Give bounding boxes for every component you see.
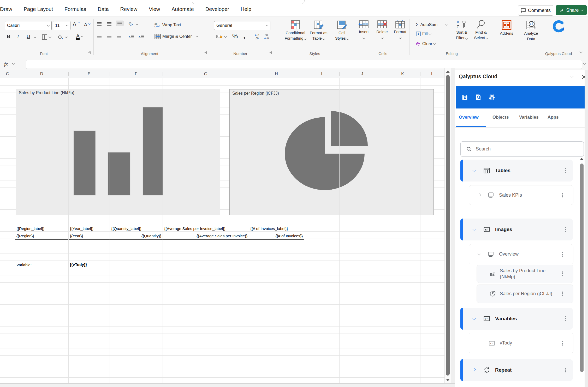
align-top-button[interactable] bbox=[97, 22, 102, 26]
menu-tab-data[interactable]: Data bbox=[98, 6, 109, 12]
scroll-up-icon[interactable] bbox=[580, 158, 583, 160]
table-cell[interactable]: {{Year_label}} bbox=[69, 225, 110, 232]
variable-value-cell[interactable]: {{vTody}} bbox=[70, 262, 87, 267]
search-input[interactable] bbox=[475, 146, 562, 152]
align-right-button[interactable] bbox=[117, 35, 121, 38]
table-cell[interactable]: {{Region_label}} bbox=[15, 225, 69, 232]
ribbon-collapse-icon[interactable] bbox=[579, 50, 583, 53]
column-header[interactable]: H bbox=[249, 70, 304, 78]
menu-tab-draw[interactable]: Draw bbox=[0, 6, 12, 12]
chart-object-sales-per-region[interactable]: Sales per Region (jCFJJ) bbox=[229, 89, 434, 215]
menu-tab-help[interactable]: Help bbox=[241, 6, 251, 12]
menu-tab-developer[interactable]: Developer bbox=[205, 6, 229, 12]
orientation-button[interactable]: ab bbox=[128, 21, 138, 27]
settings-sliders-icon[interactable] bbox=[488, 94, 496, 101]
chevron-down-icon[interactable] bbox=[477, 252, 481, 256]
kebab-menu-icon[interactable] bbox=[565, 227, 566, 232]
italic-button[interactable]: I bbox=[17, 34, 19, 39]
column-header[interactable]: L bbox=[420, 70, 444, 78]
comments-button[interactable]: Comments bbox=[518, 5, 553, 16]
alignment-dialog-launcher-icon[interactable] bbox=[203, 51, 207, 55]
column-header[interactable]: K bbox=[385, 70, 420, 78]
decrease-decimal-button[interactable]: .000 bbox=[264, 34, 271, 40]
shrink-font-button[interactable]: A bbox=[84, 22, 91, 28]
chevron-right-icon[interactable] bbox=[478, 193, 481, 196]
tab-apps[interactable]: Apps bbox=[548, 115, 559, 120]
align-bottom-button[interactable] bbox=[116, 21, 123, 26]
wrap-text-button[interactable]: abcWrap Text bbox=[155, 22, 181, 28]
column-header[interactable]: J bbox=[339, 70, 385, 78]
kebab-menu-icon[interactable] bbox=[562, 252, 563, 257]
section-images[interactable]: Images bbox=[460, 219, 573, 240]
tab-variables[interactable]: Variables bbox=[519, 115, 539, 120]
chevron-down-icon[interactable] bbox=[472, 168, 476, 172]
kebab-menu-icon[interactable] bbox=[562, 291, 563, 297]
scrollbar-thumb[interactable] bbox=[446, 75, 450, 376]
share-button[interactable]: Share bbox=[556, 5, 587, 15]
menu-tab-formulas[interactable]: Formulas bbox=[64, 6, 86, 12]
table-cell[interactable]: {{# of Invoices_label}} bbox=[249, 225, 304, 232]
addins-button[interactable]: Add-ins bbox=[496, 20, 517, 36]
search-box[interactable] bbox=[460, 141, 584, 157]
kebab-menu-icon[interactable] bbox=[565, 316, 566, 321]
column-header[interactable]: E bbox=[68, 70, 110, 78]
grow-font-button[interactable]: A bbox=[73, 21, 80, 28]
number-dialog-launcher-icon[interactable] bbox=[268, 51, 272, 55]
section-tables[interactable]: Tables bbox=[460, 160, 573, 182]
column-header[interactable]: I bbox=[304, 70, 339, 78]
column-header[interactable]: F bbox=[110, 70, 163, 78]
align-left-button[interactable] bbox=[97, 35, 102, 38]
table-cell[interactable]: {{Quantity}} bbox=[110, 232, 163, 240]
chevron-right-icon[interactable] bbox=[472, 368, 476, 371]
fill-color-button[interactable] bbox=[58, 34, 67, 40]
panel-collapse-icon[interactable] bbox=[570, 74, 574, 78]
table-cell[interactable]: {{Quantity_label}} bbox=[110, 225, 163, 232]
align-middle-button[interactable] bbox=[107, 22, 111, 26]
menu-tab-page-layout[interactable]: Page Layout bbox=[24, 6, 53, 12]
table-cell[interactable]: {{Average Sales per Invoice}} bbox=[163, 232, 249, 240]
scrollbar-thumb[interactable] bbox=[580, 164, 584, 372]
scroll-up-icon[interactable] bbox=[446, 70, 450, 73]
accounting-format-button[interactable] bbox=[216, 34, 226, 39]
fill-button[interactable]: Fill bbox=[416, 32, 431, 36]
bold-button[interactable]: B bbox=[7, 34, 10, 39]
scroll-down-icon[interactable] bbox=[446, 379, 450, 381]
list-item-vtody[interactable]: x= vTody bbox=[469, 333, 573, 353]
list-item-sales-kpis[interactable]: Sales KPIs bbox=[469, 185, 573, 205]
list-item-image-bar-chart[interactable]: Sales by Product Line (NkMp) bbox=[477, 265, 573, 283]
tab-objects[interactable]: Objects bbox=[492, 115, 509, 120]
table-cell[interactable]: {{# of Invoices}} bbox=[249, 232, 304, 240]
kebab-menu-icon[interactable] bbox=[565, 367, 566, 373]
underline-button[interactable]: U bbox=[27, 34, 30, 39]
table-cell[interactable]: {{Region}} bbox=[15, 232, 69, 240]
chevron-down-icon[interactable] bbox=[472, 227, 476, 231]
merge-center-button[interactable]: Merge & Center bbox=[155, 34, 198, 39]
font-name-combo[interactable]: Calibri bbox=[5, 21, 52, 30]
preview-document-icon[interactable] bbox=[475, 94, 482, 101]
autosum-button[interactable]: ΣAutoSum bbox=[415, 22, 447, 28]
font-color-button[interactable]: A bbox=[76, 33, 83, 40]
sheet-vertical-scrollbar[interactable] bbox=[444, 68, 451, 383]
menu-tab-automate[interactable]: Automate bbox=[171, 6, 194, 12]
column-header[interactable]: G bbox=[163, 70, 249, 78]
column-header[interactable]: D bbox=[15, 70, 68, 78]
panel-scrollbar[interactable] bbox=[580, 158, 584, 382]
underline-chevron-icon[interactable] bbox=[34, 36, 36, 38]
find-select-button[interactable]: Find & Select bbox=[470, 20, 492, 40]
borders-button[interactable] bbox=[42, 34, 51, 40]
format-as-table-button[interactable]: Format as Table bbox=[305, 20, 332, 41]
kebab-menu-icon[interactable] bbox=[562, 271, 563, 276]
tab-overview[interactable]: Overview bbox=[459, 115, 479, 120]
cell-styles-button[interactable]: Cell Styles bbox=[329, 20, 354, 41]
comma-style-button[interactable]: , bbox=[243, 31, 245, 40]
template-table[interactable]: {{Region_label}} {{Year_label}} {{Quanti… bbox=[15, 225, 304, 240]
menu-tab-review[interactable]: Review bbox=[120, 6, 138, 12]
menu-tab-view[interactable]: View bbox=[149, 6, 160, 12]
save-icon[interactable] bbox=[461, 94, 468, 101]
section-variables[interactable]: x= Variables bbox=[460, 308, 573, 330]
fx-chevron-icon[interactable] bbox=[12, 62, 15, 65]
variable-label-cell[interactable]: Variable: bbox=[16, 263, 32, 267]
increase-decimal-button[interactable]: 0.00 bbox=[254, 34, 262, 40]
column-headers[interactable]: C D E F G H I J K L bbox=[0, 70, 444, 78]
formula-input[interactable] bbox=[26, 60, 582, 69]
